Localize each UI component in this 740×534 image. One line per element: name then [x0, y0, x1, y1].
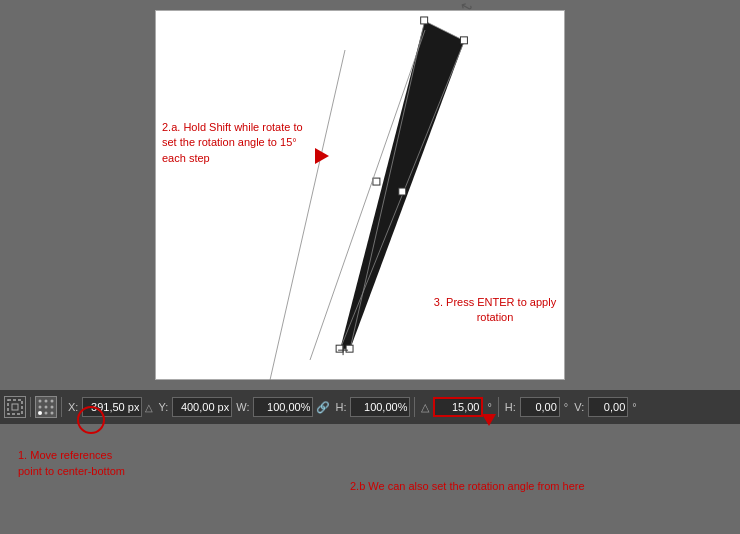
svg-point-27	[45, 412, 48, 415]
svg-point-21	[45, 400, 48, 403]
h-skew-unit: °	[564, 401, 568, 413]
w-input[interactable]	[253, 397, 313, 417]
svg-rect-18	[8, 400, 22, 414]
svg-point-24	[45, 406, 48, 409]
svg-point-26	[38, 411, 42, 415]
h-skew-input[interactable]	[520, 397, 560, 417]
annotation-2a-text: 2.a. Hold Shift while rotate to set the …	[162, 121, 303, 164]
svg-point-20	[39, 400, 42, 403]
annotation-2b: 2.b We can also set the rotation angle f…	[350, 479, 585, 494]
h-skew-label: H:	[505, 401, 516, 413]
toolbar-sep-3	[414, 397, 415, 417]
annotation-2a-arrow	[315, 148, 329, 164]
svg-point-22	[51, 400, 54, 403]
svg-rect-19	[12, 404, 18, 410]
annotation-1-circle	[77, 406, 105, 434]
toolbar-sep-4	[498, 397, 499, 417]
annotation-2a: 2.a. Hold Shift while rotate to set the …	[162, 120, 317, 166]
v-skew-label: V:	[574, 401, 584, 413]
toolbar: X: △ Y: W: 🔗 H: △ ° H: ° V: °	[0, 390, 740, 424]
rotation-input[interactable]	[433, 397, 483, 417]
rotation-unit: °	[487, 401, 491, 413]
shape-top-extension: ↩	[155, 0, 565, 14]
skew-indicator: △	[145, 402, 153, 413]
svg-rect-5	[421, 17, 428, 24]
svg-rect-7	[336, 345, 343, 352]
annotation-3-text: 3. Press ENTER to apply rotation	[434, 296, 556, 323]
reference-point-icon[interactable]	[35, 396, 57, 418]
link-proportions-icon[interactable]: 🔗	[316, 401, 330, 414]
toolbar-sep-1	[30, 397, 31, 417]
h-label: H:	[335, 401, 346, 413]
v-skew-unit: °	[632, 401, 636, 413]
bottom-annotations: 1. Move referencespoint to center-bottom…	[0, 426, 740, 534]
annotation-1-text: 1. Move referencespoint to center-bottom	[18, 449, 125, 476]
svg-point-23	[39, 406, 42, 409]
transform-tool-icon[interactable]	[4, 396, 26, 418]
svg-point-25	[51, 406, 54, 409]
svg-line-1	[350, 21, 425, 349]
svg-rect-6	[460, 37, 467, 44]
svg-point-28	[51, 412, 54, 415]
svg-rect-8	[346, 345, 353, 352]
toolbar-sep-2	[61, 397, 62, 417]
w-label: W:	[236, 401, 249, 413]
h-input[interactable]	[350, 397, 410, 417]
annotation-3: 3. Press ENTER to apply rotation	[430, 295, 560, 326]
rotation-icon: △	[421, 401, 429, 414]
annotation-2b-arrow	[482, 414, 496, 426]
x-label: X:	[68, 401, 78, 413]
svg-rect-9	[373, 178, 380, 185]
annotation-2b-text: 2.b We can also set the rotation angle f…	[350, 480, 585, 492]
y-input[interactable]	[172, 397, 232, 417]
y-label: Y:	[158, 401, 168, 413]
annotation-1: 1. Move referencespoint to center-bottom	[18, 448, 125, 479]
svg-rect-10	[399, 188, 406, 195]
v-skew-input[interactable]	[588, 397, 628, 417]
